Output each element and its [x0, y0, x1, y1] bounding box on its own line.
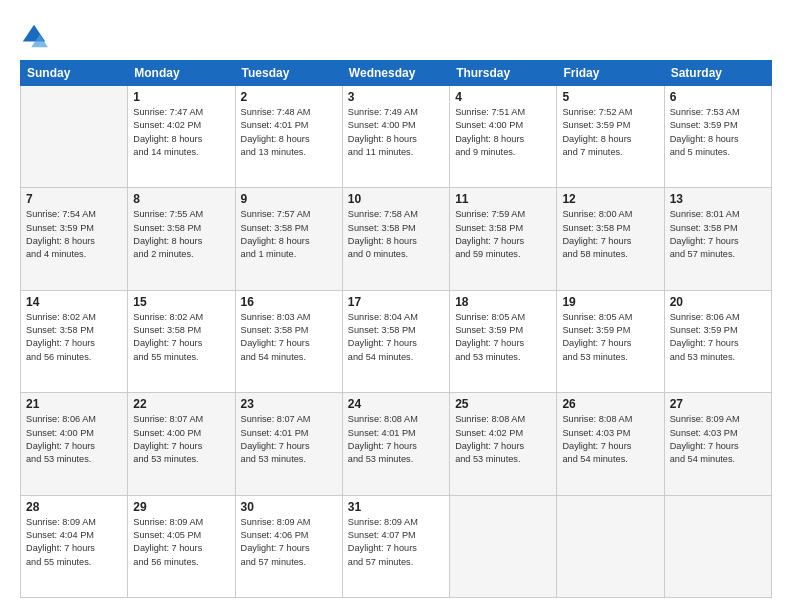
- day-cell: 31Sunrise: 8:09 AM Sunset: 4:07 PM Dayli…: [342, 495, 449, 597]
- day-cell: 19Sunrise: 8:05 AM Sunset: 3:59 PM Dayli…: [557, 290, 664, 392]
- day-number: 30: [241, 500, 337, 514]
- day-cell: 5Sunrise: 7:52 AM Sunset: 3:59 PM Daylig…: [557, 86, 664, 188]
- day-cell: 3Sunrise: 7:49 AM Sunset: 4:00 PM Daylig…: [342, 86, 449, 188]
- day-number: 23: [241, 397, 337, 411]
- week-row-3: 14Sunrise: 8:02 AM Sunset: 3:58 PM Dayli…: [21, 290, 772, 392]
- day-cell: [664, 495, 771, 597]
- day-number: 24: [348, 397, 444, 411]
- day-cell: 6Sunrise: 7:53 AM Sunset: 3:59 PM Daylig…: [664, 86, 771, 188]
- day-number: 11: [455, 192, 551, 206]
- calendar-table: SundayMondayTuesdayWednesdayThursdayFrid…: [20, 60, 772, 598]
- day-cell: 24Sunrise: 8:08 AM Sunset: 4:01 PM Dayli…: [342, 393, 449, 495]
- day-cell: 8Sunrise: 7:55 AM Sunset: 3:58 PM Daylig…: [128, 188, 235, 290]
- day-info: Sunrise: 7:47 AM Sunset: 4:02 PM Dayligh…: [133, 106, 229, 159]
- day-cell: 28Sunrise: 8:09 AM Sunset: 4:04 PM Dayli…: [21, 495, 128, 597]
- day-cell: 17Sunrise: 8:04 AM Sunset: 3:58 PM Dayli…: [342, 290, 449, 392]
- day-number: 1: [133, 90, 229, 104]
- day-cell: 2Sunrise: 7:48 AM Sunset: 4:01 PM Daylig…: [235, 86, 342, 188]
- day-number: 29: [133, 500, 229, 514]
- day-cell: 16Sunrise: 8:03 AM Sunset: 3:58 PM Dayli…: [235, 290, 342, 392]
- day-cell: 13Sunrise: 8:01 AM Sunset: 3:58 PM Dayli…: [664, 188, 771, 290]
- day-cell: 23Sunrise: 8:07 AM Sunset: 4:01 PM Dayli…: [235, 393, 342, 495]
- day-cell: 12Sunrise: 8:00 AM Sunset: 3:58 PM Dayli…: [557, 188, 664, 290]
- day-number: 13: [670, 192, 766, 206]
- day-header-thursday: Thursday: [450, 61, 557, 86]
- day-info: Sunrise: 7:59 AM Sunset: 3:58 PM Dayligh…: [455, 208, 551, 261]
- day-cell: 29Sunrise: 8:09 AM Sunset: 4:05 PM Dayli…: [128, 495, 235, 597]
- day-info: Sunrise: 8:09 AM Sunset: 4:07 PM Dayligh…: [348, 516, 444, 569]
- day-cell: 26Sunrise: 8:08 AM Sunset: 4:03 PM Dayli…: [557, 393, 664, 495]
- day-number: 17: [348, 295, 444, 309]
- day-info: Sunrise: 8:03 AM Sunset: 3:58 PM Dayligh…: [241, 311, 337, 364]
- day-info: Sunrise: 7:48 AM Sunset: 4:01 PM Dayligh…: [241, 106, 337, 159]
- day-cell: 30Sunrise: 8:09 AM Sunset: 4:06 PM Dayli…: [235, 495, 342, 597]
- day-info: Sunrise: 8:05 AM Sunset: 3:59 PM Dayligh…: [455, 311, 551, 364]
- day-number: 12: [562, 192, 658, 206]
- day-header-friday: Friday: [557, 61, 664, 86]
- logo-icon: [20, 22, 48, 50]
- day-cell: 20Sunrise: 8:06 AM Sunset: 3:59 PM Dayli…: [664, 290, 771, 392]
- day-cell: 27Sunrise: 8:09 AM Sunset: 4:03 PM Dayli…: [664, 393, 771, 495]
- day-number: 4: [455, 90, 551, 104]
- day-header-wednesday: Wednesday: [342, 61, 449, 86]
- day-cell: [450, 495, 557, 597]
- day-cell: 21Sunrise: 8:06 AM Sunset: 4:00 PM Dayli…: [21, 393, 128, 495]
- day-info: Sunrise: 8:06 AM Sunset: 3:59 PM Dayligh…: [670, 311, 766, 364]
- day-number: 22: [133, 397, 229, 411]
- page: SundayMondayTuesdayWednesdayThursdayFrid…: [0, 0, 792, 612]
- day-cell: 11Sunrise: 7:59 AM Sunset: 3:58 PM Dayli…: [450, 188, 557, 290]
- day-number: 3: [348, 90, 444, 104]
- days-row: SundayMondayTuesdayWednesdayThursdayFrid…: [21, 61, 772, 86]
- day-number: 21: [26, 397, 122, 411]
- day-header-monday: Monday: [128, 61, 235, 86]
- day-info: Sunrise: 8:08 AM Sunset: 4:03 PM Dayligh…: [562, 413, 658, 466]
- day-info: Sunrise: 8:09 AM Sunset: 4:05 PM Dayligh…: [133, 516, 229, 569]
- day-cell: 22Sunrise: 8:07 AM Sunset: 4:00 PM Dayli…: [128, 393, 235, 495]
- day-info: Sunrise: 8:08 AM Sunset: 4:02 PM Dayligh…: [455, 413, 551, 466]
- day-number: 16: [241, 295, 337, 309]
- day-cell: 25Sunrise: 8:08 AM Sunset: 4:02 PM Dayli…: [450, 393, 557, 495]
- day-info: Sunrise: 8:08 AM Sunset: 4:01 PM Dayligh…: [348, 413, 444, 466]
- day-cell: 7Sunrise: 7:54 AM Sunset: 3:59 PM Daylig…: [21, 188, 128, 290]
- day-info: Sunrise: 8:06 AM Sunset: 4:00 PM Dayligh…: [26, 413, 122, 466]
- day-info: Sunrise: 7:49 AM Sunset: 4:00 PM Dayligh…: [348, 106, 444, 159]
- day-header-tuesday: Tuesday: [235, 61, 342, 86]
- day-info: Sunrise: 7:54 AM Sunset: 3:59 PM Dayligh…: [26, 208, 122, 261]
- day-info: Sunrise: 8:05 AM Sunset: 3:59 PM Dayligh…: [562, 311, 658, 364]
- day-cell: 14Sunrise: 8:02 AM Sunset: 3:58 PM Dayli…: [21, 290, 128, 392]
- day-header-saturday: Saturday: [664, 61, 771, 86]
- day-cell: 15Sunrise: 8:02 AM Sunset: 3:58 PM Dayli…: [128, 290, 235, 392]
- day-info: Sunrise: 8:07 AM Sunset: 4:01 PM Dayligh…: [241, 413, 337, 466]
- header: [20, 18, 772, 50]
- day-number: 9: [241, 192, 337, 206]
- day-info: Sunrise: 7:57 AM Sunset: 3:58 PM Dayligh…: [241, 208, 337, 261]
- week-row-1: 1Sunrise: 7:47 AM Sunset: 4:02 PM Daylig…: [21, 86, 772, 188]
- day-info: Sunrise: 8:09 AM Sunset: 4:04 PM Dayligh…: [26, 516, 122, 569]
- day-number: 20: [670, 295, 766, 309]
- day-number: 26: [562, 397, 658, 411]
- day-info: Sunrise: 7:55 AM Sunset: 3:58 PM Dayligh…: [133, 208, 229, 261]
- day-cell: 4Sunrise: 7:51 AM Sunset: 4:00 PM Daylig…: [450, 86, 557, 188]
- day-number: 19: [562, 295, 658, 309]
- day-info: Sunrise: 8:02 AM Sunset: 3:58 PM Dayligh…: [133, 311, 229, 364]
- day-number: 8: [133, 192, 229, 206]
- day-number: 10: [348, 192, 444, 206]
- day-number: 27: [670, 397, 766, 411]
- day-info: Sunrise: 8:00 AM Sunset: 3:58 PM Dayligh…: [562, 208, 658, 261]
- day-info: Sunrise: 8:07 AM Sunset: 4:00 PM Dayligh…: [133, 413, 229, 466]
- week-row-2: 7Sunrise: 7:54 AM Sunset: 3:59 PM Daylig…: [21, 188, 772, 290]
- week-row-5: 28Sunrise: 8:09 AM Sunset: 4:04 PM Dayli…: [21, 495, 772, 597]
- day-info: Sunrise: 7:51 AM Sunset: 4:00 PM Dayligh…: [455, 106, 551, 159]
- day-number: 15: [133, 295, 229, 309]
- day-cell: 18Sunrise: 8:05 AM Sunset: 3:59 PM Dayli…: [450, 290, 557, 392]
- day-info: Sunrise: 7:53 AM Sunset: 3:59 PM Dayligh…: [670, 106, 766, 159]
- day-info: Sunrise: 8:04 AM Sunset: 3:58 PM Dayligh…: [348, 311, 444, 364]
- week-row-4: 21Sunrise: 8:06 AM Sunset: 4:00 PM Dayli…: [21, 393, 772, 495]
- day-info: Sunrise: 8:09 AM Sunset: 4:06 PM Dayligh…: [241, 516, 337, 569]
- logo: [20, 22, 52, 50]
- day-cell: [21, 86, 128, 188]
- day-number: 6: [670, 90, 766, 104]
- calendar-body: 1Sunrise: 7:47 AM Sunset: 4:02 PM Daylig…: [21, 86, 772, 598]
- day-number: 7: [26, 192, 122, 206]
- day-number: 25: [455, 397, 551, 411]
